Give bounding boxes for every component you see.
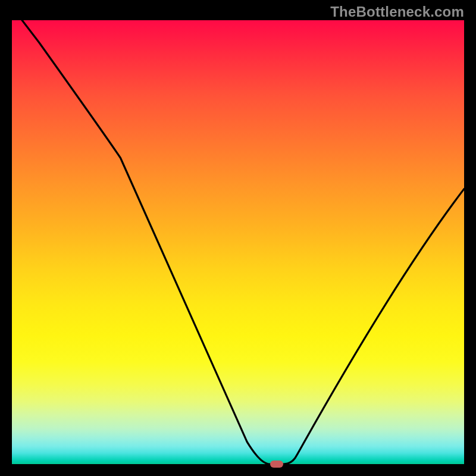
plot-area bbox=[12, 20, 464, 464]
curve-svg bbox=[12, 20, 464, 464]
bottleneck-curve-path bbox=[12, 20, 464, 464]
optimum-marker bbox=[270, 461, 283, 468]
watermark-text: TheBottleneck.com bbox=[330, 4, 464, 20]
chart-container: TheBottleneck.com bbox=[0, 0, 476, 476]
